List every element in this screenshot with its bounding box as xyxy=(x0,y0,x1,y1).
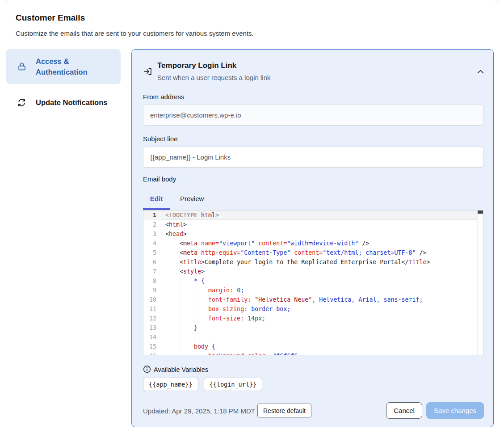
code-line[interactable]: body { xyxy=(161,342,483,351)
editor-scrollbar-thumb[interactable] xyxy=(478,211,483,214)
indent-guide xyxy=(194,276,194,355)
code-line[interactable]: background-color: #f6f6f6; xyxy=(161,351,483,355)
code-line[interactable]: <style> xyxy=(161,267,483,276)
editor-code: <!DOCTYPE html><html><head> <meta name="… xyxy=(161,211,483,355)
variable-chip[interactable]: {{login_url}} xyxy=(204,378,263,391)
page-title: Customer Emails xyxy=(16,13,85,23)
code-editor-inner: 12345678910111213141516 <!DOCTYPE html><… xyxy=(143,211,483,355)
code-line[interactable]: <meta http-equiv="Content-Type" content=… xyxy=(161,248,483,257)
line-number: 2 xyxy=(143,220,161,229)
code-line[interactable]: } xyxy=(161,323,483,333)
save-changes-button[interactable]: Save changes xyxy=(426,402,484,419)
code-line[interactable]: box-sizing: border-box; xyxy=(161,304,483,314)
line-number: 8 xyxy=(143,276,161,286)
temporary-login-link-card: Temporary Login Link Sent when a user re… xyxy=(131,49,494,427)
tab-preview[interactable]: Preview xyxy=(180,195,204,202)
code-editor[interactable]: 12345678910111213141516 <!DOCTYPE html><… xyxy=(143,210,483,355)
code-line[interactable] xyxy=(161,333,483,342)
editor-gutter: 12345678910111213141516 xyxy=(143,211,161,355)
line-number: 11 xyxy=(143,304,161,314)
refresh-icon xyxy=(17,97,27,107)
code-line[interactable]: <head> xyxy=(161,229,483,239)
active-tab-indicator xyxy=(143,208,170,210)
tab-edit[interactable]: Edit xyxy=(143,195,170,202)
chevron-up-icon[interactable] xyxy=(475,67,486,76)
from-address-label: From address xyxy=(143,93,185,101)
lock-icon xyxy=(17,62,27,72)
footer-actions: Cancel Save changes xyxy=(386,402,484,419)
from-address-input[interactable] xyxy=(143,105,483,126)
code-line[interactable]: font-size: 14px; xyxy=(161,314,483,323)
sidebar-item-update-notifications[interactable]: Update Notifications xyxy=(6,92,121,113)
variable-chips: {{app_name}}{{login_url}} xyxy=(143,378,262,391)
line-number: 9 xyxy=(143,286,161,295)
code-line[interactable]: <!DOCTYPE html> xyxy=(161,211,483,220)
restore-default-button[interactable]: Restore default xyxy=(257,404,311,417)
customer-emails-page: Customer Emails Customize the emails tha… xyxy=(0,0,504,438)
line-number: 5 xyxy=(143,248,161,257)
line-number: 4 xyxy=(143,239,161,248)
available-variables-label: Available Variables xyxy=(154,366,208,373)
previous-card-edge xyxy=(4,0,499,2)
page-description: Customize the emails that are sent to yo… xyxy=(16,29,254,37)
indent-guide xyxy=(180,239,180,355)
line-number: 13 xyxy=(143,323,161,333)
line-number: 6 xyxy=(143,257,161,267)
code-line[interactable]: <html> xyxy=(161,220,483,229)
code-line[interactable]: * { xyxy=(161,276,483,286)
sidebar-item-access-authentication[interactable]: Access & Authentication xyxy=(6,49,121,84)
email-body-label: Email body xyxy=(143,175,176,183)
line-number: 12 xyxy=(143,314,161,323)
variable-chip[interactable]: {{app_name}} xyxy=(143,378,198,391)
code-line[interactable]: margin: 0; xyxy=(161,286,483,295)
code-line[interactable]: font-family: "Helvetica Neue", Helvetica… xyxy=(161,295,483,304)
line-number: 16 xyxy=(143,351,161,355)
line-number: 3 xyxy=(143,229,161,239)
line-number: 1 xyxy=(143,211,161,220)
login-icon xyxy=(143,67,153,76)
line-number: 14 xyxy=(143,333,161,342)
subject-line-input[interactable] xyxy=(143,147,483,168)
code-line[interactable]: <title>Complete your login to the Replic… xyxy=(161,257,483,267)
code-line[interactable]: <meta name="viewport" content="width=dev… xyxy=(161,239,483,248)
sidebar-item-label: Update Notifications xyxy=(36,97,107,108)
sidebar-item-label: Access & Authentication xyxy=(36,56,98,77)
info-icon xyxy=(143,365,151,373)
editor-scrollbar-track[interactable] xyxy=(477,211,483,355)
subject-line-label: Subject line xyxy=(143,135,178,143)
card-subtitle: Sent when a user requests a login link xyxy=(157,74,270,81)
line-number: 7 xyxy=(143,267,161,276)
updated-timestamp: Updated: Apr 29, 2025, 1:18 PM MDT xyxy=(143,407,255,415)
card-title: Temporary Login Link xyxy=(157,61,236,70)
cancel-button[interactable]: Cancel xyxy=(386,402,422,419)
line-number: 10 xyxy=(143,295,161,304)
line-number: 15 xyxy=(143,342,161,351)
